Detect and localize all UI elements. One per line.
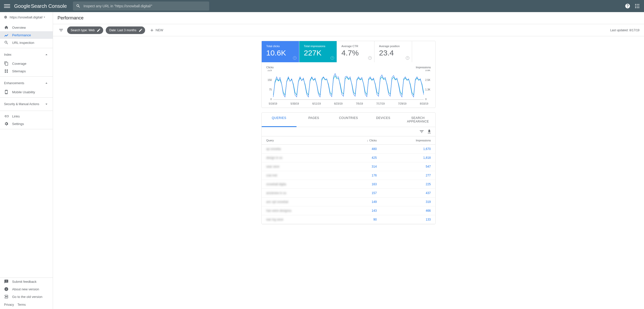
- cell-clicks: 480: [339, 145, 381, 153]
- svg-point-5: [638, 6, 639, 7]
- sidebar-item-url-inspection[interactable]: URL inspection: [0, 39, 53, 46]
- svg-text:3.8K: 3.8K: [425, 70, 431, 72]
- svg-point-3: [635, 6, 636, 7]
- help-icon[interactable]: ?: [331, 56, 334, 60]
- metric-label: Total clicks: [266, 45, 294, 48]
- svg-text:75: 75: [269, 88, 272, 91]
- copy-icon: [4, 61, 9, 66]
- svg-text:0: 0: [270, 98, 272, 100]
- table-row[interactable]: ap snowba 480 1,670: [262, 145, 435, 153]
- metric-position[interactable]: Average position 23.4 ?: [374, 41, 412, 62]
- table-row[interactable]: design in os 425 1,818: [262, 153, 435, 162]
- cat-label: Security & Manual Actions: [4, 102, 39, 106]
- svg-text:0: 0: [425, 98, 427, 100]
- sidebar-cat-enhancements[interactable]: Enhancements: [0, 78, 53, 88]
- metric-label: Average position: [379, 45, 407, 48]
- property-selector[interactable]: https://snowball.digital/: [0, 12, 53, 22]
- help-icon[interactable]: ?: [368, 56, 372, 60]
- sidebar-cat-index[interactable]: Index: [0, 50, 53, 60]
- x-tick: 6/11/19: [312, 102, 321, 105]
- sidebar-item-mobile[interactable]: Mobile Usability: [0, 88, 53, 96]
- cell-query: sear seve: [262, 162, 339, 171]
- chip-date[interactable]: Date: Last 3 months: [106, 26, 145, 34]
- x-tick: 5/30/19: [290, 102, 299, 105]
- sidebar-label: Performance: [12, 33, 31, 37]
- logo-bold: Google: [14, 3, 31, 9]
- help-icon[interactable]: ?: [406, 56, 409, 60]
- cell-query: design in os: [262, 153, 339, 162]
- help-icon[interactable]: [625, 3, 630, 9]
- th-query[interactable]: Query: [262, 136, 339, 145]
- svg-point-4: [637, 6, 638, 7]
- metric-label: Total impressions: [304, 45, 332, 48]
- table-row[interactable]: ancienew in os 157 437: [262, 189, 435, 198]
- x-tick: 5/18/19: [269, 102, 277, 105]
- link-icon: [4, 114, 9, 118]
- page-title: Performance: [53, 12, 644, 24]
- cell-query: war ing seve: [262, 215, 339, 224]
- th-impressions[interactable]: Impressions: [381, 136, 435, 145]
- cell-clicks: 314: [339, 162, 381, 171]
- download-icon[interactable]: [427, 129, 432, 134]
- gear-icon: [4, 121, 9, 126]
- tab-queries[interactable]: QUERIES: [262, 113, 297, 127]
- sidebar-item-performance[interactable]: Performance: [0, 31, 53, 39]
- plus-icon: [150, 28, 154, 33]
- sidebar-item-links[interactable]: Links: [0, 112, 53, 120]
- tab-countries[interactable]: COUNTRIES: [331, 113, 366, 127]
- app-logo[interactable]: Google Search Console: [14, 3, 67, 9]
- apps-icon[interactable]: [634, 3, 640, 9]
- cell-clicks: 90: [339, 215, 381, 224]
- tab-search-appearance[interactable]: SEARCH APPEARANCE: [400, 113, 435, 127]
- table-row[interactable]: war ing seve 90 133: [262, 215, 435, 224]
- menu-icon[interactable]: [4, 3, 10, 9]
- metric-ctr[interactable]: Average CTR 4.7% ?: [337, 41, 374, 62]
- metric-impressions[interactable]: Total impressions 227K ?: [299, 41, 337, 62]
- metric-value: 23.4: [379, 49, 407, 57]
- last-updated: Last updated: 8/17/19: [610, 28, 639, 32]
- search-icon: [76, 4, 80, 8]
- sidebar-item-coverage[interactable]: Coverage: [0, 60, 53, 67]
- table-row[interactable]: anc opt snowbal 149 319: [262, 198, 435, 206]
- search-icon: [4, 40, 9, 45]
- sidebar-item-settings[interactable]: Settings: [0, 120, 53, 128]
- new-filter-button[interactable]: NEW: [148, 28, 165, 33]
- chip-search-type[interactable]: Search type: Web: [67, 26, 103, 34]
- sidebar-item-sitemaps[interactable]: Sitemaps: [0, 67, 53, 75]
- mobile-icon: [4, 90, 9, 94]
- table-row[interactable]: crat met 176 277: [262, 171, 435, 180]
- filter-icon[interactable]: [419, 129, 424, 134]
- sidebar: https://snowball.digital/ Overview Perfo…: [0, 12, 53, 233]
- cell-query: ancienew in os: [262, 189, 339, 198]
- sidebar-cat-security[interactable]: Security & Manual Actions: [0, 99, 53, 109]
- help-icon[interactable]: ?: [293, 56, 297, 60]
- metrics-card: Total clicks 10.6K ? Total impressions 2…: [261, 41, 436, 108]
- tab-pages[interactable]: PAGES: [297, 113, 331, 127]
- home-icon: [4, 25, 9, 30]
- search-input[interactable]: [84, 4, 206, 8]
- sidebar-item-overview[interactable]: Overview: [0, 24, 53, 31]
- tab-devices[interactable]: DEVICES: [366, 113, 401, 127]
- th-clicks[interactable]: ↓Clicks: [339, 136, 381, 145]
- cell-clicks: 176: [339, 171, 381, 180]
- url-inspect-search[interactable]: [73, 2, 209, 11]
- svg-text:225: 225: [267, 70, 272, 72]
- metric-clicks[interactable]: Total clicks 10.6K ?: [262, 41, 299, 62]
- cell-impressions: 437: [381, 189, 435, 198]
- filter-icon[interactable]: [58, 27, 65, 34]
- svg-text:2.5K: 2.5K: [425, 79, 431, 81]
- sidebar-label: Links: [12, 114, 20, 118]
- filter-bar: Search type: Web Date: Last 3 months NEW…: [53, 24, 644, 36]
- metric-value: 10.6K: [266, 49, 294, 57]
- table-row[interactable]: sear seve 314 547: [262, 162, 435, 171]
- x-tick: 6/23/19: [334, 102, 342, 105]
- sidebar-label: Coverage: [12, 62, 26, 66]
- sidebar-label: Overview: [12, 26, 26, 29]
- table-row[interactable]: snowball digita 163 225: [262, 180, 435, 189]
- cell-clicks: 157: [339, 189, 381, 198]
- svg-point-8: [638, 7, 639, 8]
- chart: Clicks Impressions 2251507503.8K2.5K1.3K…: [262, 62, 435, 108]
- svg-text:1.3K: 1.3K: [425, 88, 431, 91]
- table-row[interactable]: han were designss 143 466: [262, 206, 435, 215]
- cell-impressions: 133: [381, 215, 435, 224]
